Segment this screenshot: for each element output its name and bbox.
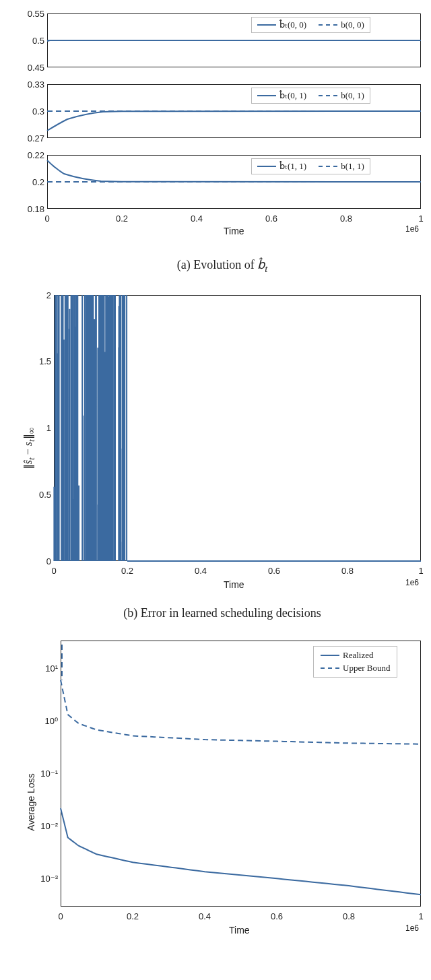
legend-c: Realized Upper Bound: [313, 646, 397, 678]
plot-b: [54, 295, 421, 561]
legend-a1: b̂ₜ(0, 0) b(0, 0): [251, 17, 370, 33]
legend-c-realized: Realized: [343, 650, 373, 661]
xlabel-c: Time: [229, 925, 250, 936]
plot-c: [61, 641, 421, 907]
figure-a: b̂ₜ(0, 0) b(0, 0) 0.55 0.5 0.45 b̂ₜ(0, 1…: [7, 7, 431, 275]
legend-a2: b̂ₜ(0, 1) b(0, 1): [251, 88, 370, 104]
xscale-c: 1e6: [405, 923, 419, 933]
xlabel-b: Time: [224, 579, 244, 590]
xlabel-a: Time: [224, 226, 244, 236]
legend-a2-solid: b̂ₜ(0, 1): [279, 90, 306, 101]
legend-c-upper: Upper Bound: [343, 663, 390, 674]
figure-c-frame: Realized Upper Bound 10⁻³ 10⁻² 10⁻¹ 10⁰ …: [7, 634, 431, 944]
caption-b: (b) Error in learned scheduling decision…: [7, 606, 431, 620]
xscale-a: 1e6: [405, 224, 419, 234]
figure-b: 0 0.5 1 1.5 2 0 0.2 0.4 0.6 0.8 1 Time 1…: [7, 288, 431, 620]
legend-a3-dash: b(1, 1): [341, 161, 364, 172]
xscale-b: 1e6: [405, 578, 419, 587]
legend-a3: b̂ₜ(1, 1) b(1, 1): [251, 158, 370, 174]
ylabel-b: ‖ŝt − st‖∞: [22, 427, 37, 469]
legend-a1-dash: b(0, 0): [341, 20, 364, 30]
figure-c: Realized Upper Bound 10⁻³ 10⁻² 10⁻¹ 10⁰ …: [7, 634, 431, 944]
figure-b-frame: 0 0.5 1 1.5 2 0 0.2 0.4 0.6 0.8 1 Time 1…: [7, 288, 431, 598]
legend-a3-solid: b̂ₜ(1, 1): [279, 161, 306, 172]
ylabel-c: Average Loss: [26, 773, 36, 830]
legend-a2-dash: b(0, 1): [341, 90, 364, 101]
legend-a1-solid: b̂ₜ(0, 0): [279, 20, 306, 30]
figure-a-frame: b̂ₜ(0, 0) b(0, 0) 0.55 0.5 0.45 b̂ₜ(0, 1…: [7, 7, 431, 249]
caption-a: (a) Evolution of b̂t: [7, 257, 431, 275]
